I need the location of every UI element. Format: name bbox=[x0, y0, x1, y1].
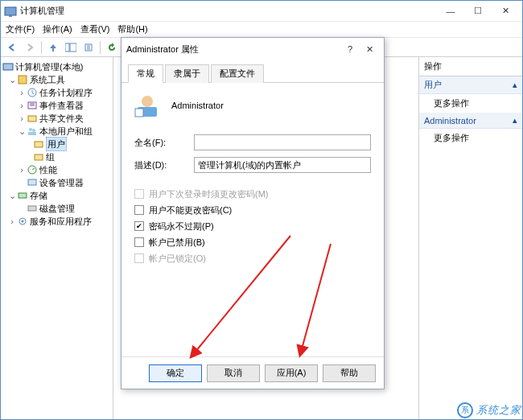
ok-button[interactable]: 确定 bbox=[149, 364, 202, 382]
dialog-body: Administrator 全名(F): 描述(D): 用户下次登录时须更改密码… bbox=[121, 83, 384, 356]
description-label: 描述(D): bbox=[134, 159, 194, 171]
watermark-logo-icon: 系 bbox=[457, 402, 473, 418]
svg-rect-18 bbox=[28, 179, 36, 185]
collapse-icon: ▴ bbox=[513, 80, 517, 90]
svg-rect-20 bbox=[28, 206, 36, 211]
tree-system-tools[interactable]: ⌄系统工具 bbox=[2, 73, 111, 86]
svg-rect-11 bbox=[28, 116, 36, 121]
dialog-close-button[interactable]: ✕ bbox=[360, 44, 379, 55]
watermark: 系 系统之家 bbox=[457, 402, 521, 418]
tree-view[interactable]: 计算机管理(本地) ⌄系统工具 ›任务计划程序 ›事件查看器 ›共享文件夹 ⌄本… bbox=[1, 57, 113, 419]
svg-rect-16 bbox=[35, 154, 43, 160]
actions-header: 操作 bbox=[419, 57, 522, 76]
tree-shared-folders[interactable]: ›共享文件夹 bbox=[2, 112, 111, 125]
minimize-button[interactable]: — bbox=[437, 3, 464, 19]
menu-action[interactable]: 操作(A) bbox=[43, 23, 72, 35]
svg-rect-15 bbox=[35, 142, 43, 147]
dialog-title: Administrator 属性 bbox=[126, 43, 340, 56]
svg-rect-14 bbox=[28, 132, 36, 135]
maximize-button[interactable]: ☐ bbox=[464, 3, 492, 19]
tab-general[interactable]: 常规 bbox=[128, 64, 163, 83]
help-button[interactable]: 帮助 bbox=[323, 364, 376, 382]
tree-performance[interactable]: ›性能 bbox=[2, 163, 111, 176]
app-icon bbox=[4, 5, 17, 18]
forward-button[interactable] bbox=[22, 39, 38, 56]
watermark-text: 系统之家 bbox=[476, 403, 521, 418]
dialog-titlebar: Administrator 属性 ? ✕ bbox=[121, 38, 384, 60]
menubar: 文件(F) 操作(A) 查看(V) 帮助(H) bbox=[1, 22, 522, 38]
close-button[interactable]: ✕ bbox=[492, 3, 519, 19]
svg-rect-7 bbox=[3, 64, 13, 70]
fullname-input[interactable] bbox=[194, 134, 371, 150]
show-hide-tree-button[interactable] bbox=[63, 39, 79, 56]
fullname-label: 全名(F): bbox=[134, 137, 194, 149]
svg-rect-0 bbox=[5, 7, 16, 15]
check-account-disabled[interactable]: 帐户已禁用(B) bbox=[134, 234, 371, 250]
tree-root[interactable]: 计算机管理(本地) bbox=[2, 60, 111, 73]
tab-member-of[interactable]: 隶属于 bbox=[165, 64, 209, 83]
up-button[interactable] bbox=[45, 39, 61, 56]
check-account-locked: 帐户已锁定(O) bbox=[134, 250, 371, 266]
actions-more-1[interactable]: 更多操作 bbox=[419, 94, 522, 113]
titlebar: 计算机管理 — ☐ ✕ bbox=[1, 1, 522, 22]
actions-pane: 操作 用户▴ 更多操作 Administrator▴ 更多操作 bbox=[419, 57, 522, 419]
svg-rect-3 bbox=[70, 43, 76, 51]
export-button[interactable] bbox=[80, 39, 97, 56]
tree-storage[interactable]: ⌄存储 bbox=[2, 189, 111, 202]
svg-point-12 bbox=[29, 128, 32, 131]
tree-services-apps[interactable]: ›服务和应用程序 bbox=[2, 215, 111, 228]
svg-rect-8 bbox=[19, 76, 27, 84]
tree-groups[interactable]: 组 bbox=[2, 150, 111, 163]
actions-group-users[interactable]: 用户▴ bbox=[419, 76, 522, 94]
refresh-button[interactable] bbox=[104, 39, 120, 56]
check-cannot-change[interactable]: 用户不能更改密码(C) bbox=[134, 202, 371, 218]
back-button[interactable] bbox=[4, 39, 20, 56]
collapse-icon: ▴ bbox=[513, 115, 517, 126]
svg-point-13 bbox=[32, 129, 35, 132]
menu-help[interactable]: 帮助(H) bbox=[117, 23, 147, 35]
actions-more-2[interactable]: 更多操作 bbox=[419, 129, 522, 147]
tab-profile[interactable]: 配置文件 bbox=[211, 64, 264, 83]
check-must-change: 用户下次登录时须更改密码(M) bbox=[134, 186, 371, 202]
svg-point-22 bbox=[22, 220, 24, 223]
user-avatar-icon bbox=[134, 93, 160, 118]
svg-point-24 bbox=[142, 96, 153, 107]
dialog-button-row: 确定 取消 应用(A) 帮助 bbox=[121, 356, 384, 389]
svg-rect-1 bbox=[9, 15, 12, 17]
menu-file[interactable]: 文件(F) bbox=[6, 23, 35, 35]
dialog-tabs: 常规 隶属于 配置文件 bbox=[121, 60, 384, 83]
window-title: 计算机管理 bbox=[20, 5, 437, 17]
tree-disk-management[interactable]: 磁盘管理 bbox=[2, 202, 111, 215]
cancel-button[interactable]: 取消 bbox=[207, 364, 260, 382]
actions-group-admin[interactable]: Administrator▴ bbox=[419, 113, 522, 129]
dialog-help-button[interactable]: ? bbox=[340, 44, 360, 54]
svg-rect-2 bbox=[65, 43, 69, 51]
menu-view[interactable]: 查看(V) bbox=[80, 23, 110, 35]
properties-dialog: Administrator 属性 ? ✕ 常规 隶属于 配置文件 Adminis… bbox=[121, 37, 385, 389]
tree-task-scheduler[interactable]: ›任务计划程序 bbox=[2, 86, 111, 99]
apply-button[interactable]: 应用(A) bbox=[265, 364, 318, 382]
tree-local-users-groups[interactable]: ⌄本地用户和组 bbox=[2, 125, 111, 138]
svg-rect-25 bbox=[135, 109, 143, 117]
tree-device-manager[interactable]: 设备管理器 bbox=[2, 176, 111, 189]
description-input[interactable] bbox=[194, 157, 371, 173]
username-label: Administrator bbox=[171, 101, 224, 110]
tree-users[interactable]: 用户 bbox=[2, 138, 111, 150]
tree-event-viewer[interactable]: ›事件查看器 bbox=[2, 99, 111, 112]
svg-rect-19 bbox=[19, 193, 27, 198]
check-never-expires[interactable]: ✔密码永不过期(P) bbox=[134, 218, 371, 234]
